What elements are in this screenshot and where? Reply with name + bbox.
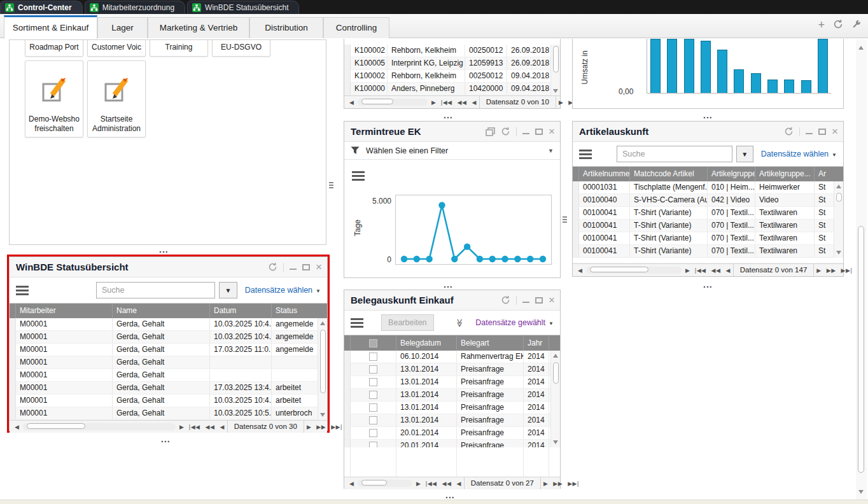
search-input[interactable] <box>96 282 215 298</box>
pager-prev-button[interactable]: ◀ <box>469 99 479 106</box>
widget-menu-button[interactable] <box>352 169 365 183</box>
widget-menu-button[interactable] <box>16 284 29 297</box>
row-checkbox[interactable] <box>369 442 377 447</box>
column-header[interactable]: Belegdatum <box>396 335 457 351</box>
table-row[interactable]: 00100040S-VHS-C-Camera (Au...042 | Video… <box>573 194 843 207</box>
records-selected-link[interactable]: Datensätze gewählt▼ <box>475 318 554 327</box>
table-row[interactable]: 13.01.2014Preisanfrage2014 <box>344 363 560 376</box>
splitter-grip[interactable]: ... <box>159 248 169 251</box>
pager-prev-button[interactable]: ◀ <box>723 267 732 274</box>
scrollbar-thumb[interactable] <box>858 226 864 473</box>
column-header[interactable]: Artikelgruppe <box>708 167 755 181</box>
pager-next-button[interactable]: ▶ <box>304 424 314 430</box>
table-row[interactable]: M00001Gerda, Gehalt10.03.2025 10:5...unt… <box>10 407 327 420</box>
scroll-up-icon[interactable] <box>553 354 558 358</box>
maximize-button[interactable] <box>535 297 543 304</box>
settings-button[interactable] <box>851 19 862 31</box>
pager-first-button[interactable]: |◀◀ <box>692 267 709 274</box>
table-row[interactable]: K100002Rehborn, Kelkheim0025001209.04.20… <box>344 70 560 83</box>
pager-next-button[interactable]: ▶ <box>556 99 566 106</box>
row-checkbox[interactable] <box>369 416 377 424</box>
hscroll-thumb[interactable] <box>590 267 648 272</box>
hscroll-right-icon[interactable]: ▶ <box>414 480 423 487</box>
hscroll-left-icon[interactable]: ◀ <box>347 480 356 487</box>
widget-menu-button[interactable] <box>351 316 363 330</box>
vertical-splitter-grip[interactable] <box>329 181 334 190</box>
scroll-up-icon[interactable] <box>836 185 841 188</box>
widget-refresh-button[interactable] <box>501 295 510 305</box>
pager-last-button[interactable]: ▶▶| <box>565 480 582 487</box>
scroll-up-icon[interactable] <box>858 46 864 50</box>
add-widget-button[interactable]: + <box>818 20 825 30</box>
tab-sortiment-einkauf[interactable]: Sortiment & Einkauf <box>4 15 97 39</box>
column-header[interactable]: Belegart <box>457 335 524 351</box>
pager-next-button[interactable]: ▶ <box>814 267 823 274</box>
pager-next-fast-button[interactable]: ▶▶ <box>314 424 328 430</box>
hscroll-thumb[interactable] <box>361 480 387 486</box>
table-vertical-scrollbar[interactable] <box>318 318 327 420</box>
scroll-down-icon[interactable] <box>836 251 841 255</box>
pager-prev-fast-button[interactable]: ◀◀ <box>440 480 454 487</box>
table-vertical-scrollbar[interactable] <box>550 45 560 95</box>
tile-roadmap-portal[interactable]: Roadmap Port <box>25 39 83 57</box>
scroll-down-icon[interactable] <box>320 413 325 417</box>
table-row[interactable]: 13.01.2014Preisanfrage2014 <box>344 414 560 427</box>
maximize-button[interactable] <box>302 264 310 270</box>
table-row[interactable]: 20.01.2014Preisanfrage2014 <box>344 440 560 447</box>
scrollbar-thumb[interactable] <box>553 362 559 384</box>
column-header[interactable]: Artikelgruppe... <box>755 167 815 181</box>
column-header[interactable]: Matchcode Artikel <box>630 167 708 181</box>
table-row[interactable]: M00001Gerda, Gehalt <box>10 356 327 369</box>
scroll-down-icon[interactable] <box>553 440 558 444</box>
table-row[interactable]: M00001Gerda, Gehalt <box>10 369 327 382</box>
row-checkbox[interactable] <box>369 365 377 374</box>
records-select-link[interactable]: Datensätze wählen▼ <box>245 286 321 295</box>
table-row[interactable]: K100005Interprint KG, Leipzig (a...12059… <box>344 57 560 70</box>
table-row[interactable]: 00001031Tischplatte (Mengenf...010 | Hei… <box>573 181 843 194</box>
scroll-down-icon[interactable] <box>858 490 864 494</box>
table-row[interactable]: 13.01.2014Preisanfrage2014 <box>344 402 560 414</box>
pager-prev-button[interactable]: ◀ <box>454 480 463 487</box>
tile-startseite-administration[interactable]: Startseite Administration <box>87 60 146 137</box>
table-row[interactable]: 13.01.2014Preisanfrage2014 <box>344 389 560 402</box>
splitter-grip[interactable]: ... <box>444 283 453 286</box>
scrollbar-thumb[interactable] <box>836 193 842 202</box>
minimize-button[interactable] <box>290 264 297 270</box>
double-chevron-down-icon[interactable]: ≫ <box>455 318 465 327</box>
scrollbar-thumb[interactable] <box>320 330 326 393</box>
pager-last-button[interactable]: ▶▶| <box>839 267 855 274</box>
table-row[interactable]: M00001Gerda, Gehalt10.03.2025 10:4...arb… <box>10 395 327 407</box>
splitter-grip[interactable]: ... <box>445 493 455 497</box>
table-row[interactable]: 20.01.2014Preisanfrage2014 <box>344 427 560 440</box>
close-button[interactable]: × <box>316 263 322 271</box>
hscroll-left-icon[interactable]: ◀ <box>575 267 585 274</box>
minimize-button[interactable] <box>806 129 813 134</box>
close-button[interactable]: × <box>832 128 838 136</box>
splitter-grip[interactable]: ... <box>703 113 713 117</box>
table-row[interactable]: M00001Gerda, Gehalt17.03.2025 11:0...ang… <box>10 344 327 356</box>
pager-next-fast-button[interactable]: ▶▶ <box>824 267 839 274</box>
scroll-up-icon[interactable] <box>320 321 325 325</box>
pager-first-button[interactable]: |◀◀ <box>438 99 455 106</box>
hscroll-track[interactable] <box>23 423 176 430</box>
widget-refresh-button[interactable] <box>501 127 510 136</box>
pager-next-button[interactable]: ▶ <box>541 480 550 487</box>
filter-bar[interactable]: Wählen Sie einen Filter ▼ <box>344 142 560 160</box>
refresh-button[interactable] <box>833 19 843 31</box>
maximize-button[interactable] <box>818 129 826 135</box>
widget-menu-button[interactable] <box>579 148 592 161</box>
column-header[interactable]: Name <box>113 304 210 318</box>
hscroll-track[interactable] <box>358 99 428 106</box>
splitter-grip[interactable]: ... <box>161 437 171 441</box>
row-checkbox[interactable] <box>369 378 377 386</box>
splitter-grip[interactable]: ... <box>703 283 713 286</box>
tab-controlling[interactable]: Controlling <box>323 17 389 38</box>
column-header[interactable]: Jahr <box>524 335 549 351</box>
table-row[interactable]: K100002Rehborn, Kelkheim0025001226.09.20… <box>344 45 560 57</box>
pager-prev-fast-button[interactable]: ◀◀ <box>455 99 470 106</box>
table-row[interactable]: 00100041T-Shirt (Variante)070 | Textil..… <box>573 207 843 220</box>
hscroll-right-icon[interactable]: ▶ <box>429 99 438 106</box>
hscroll-thumb[interactable] <box>27 423 85 429</box>
table-vertical-scrollbar[interactable] <box>834 181 843 258</box>
tab-distribution[interactable]: Distribution <box>249 17 323 38</box>
